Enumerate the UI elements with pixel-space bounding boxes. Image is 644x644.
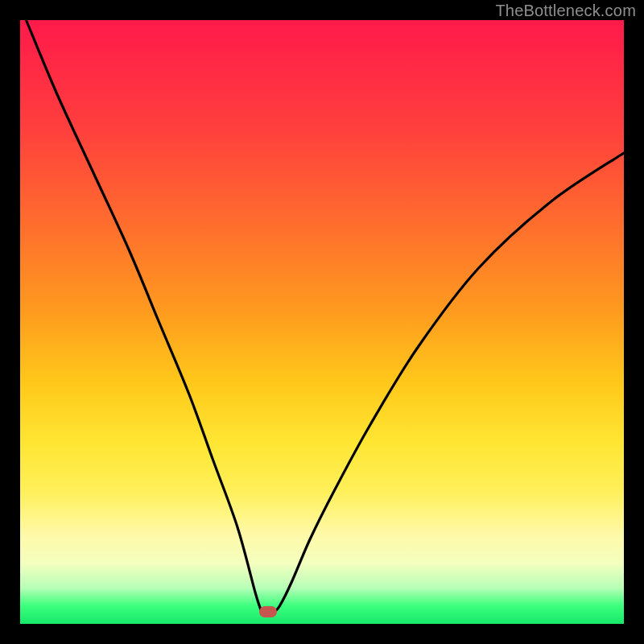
- watermark-text: TheBottleneck.com: [495, 2, 636, 20]
- plot-area: [20, 20, 624, 624]
- chart-frame: TheBottleneck.com: [0, 0, 644, 644]
- min-marker: [259, 606, 277, 617]
- bottleneck-curve: [20, 20, 624, 624]
